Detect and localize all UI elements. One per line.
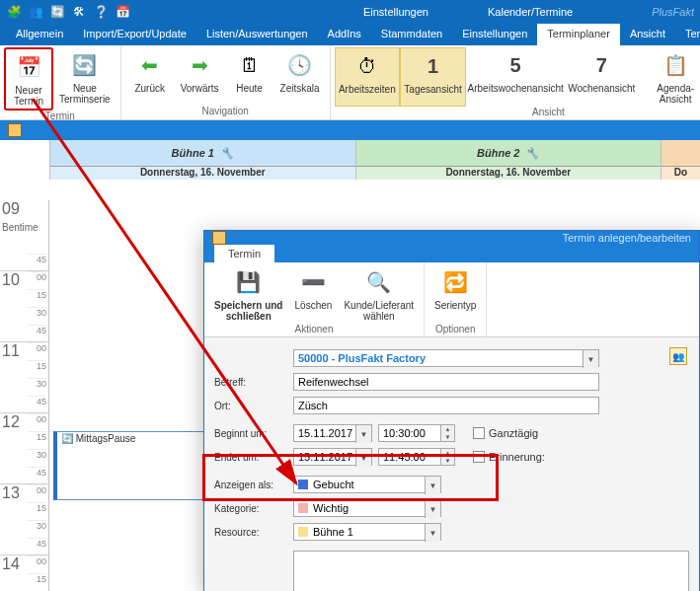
kunde-lieferant-button[interactable]: 🔍Kunde/Lieferant wählen xyxy=(338,264,420,324)
speichern-schliessen-button[interactable]: 💾Speichern und schließen xyxy=(208,264,288,324)
menu-import-export[interactable]: Import/Export/Update xyxy=(73,24,196,45)
menu-stammdaten[interactable]: Stammdaten xyxy=(371,24,452,45)
ort-field[interactable]: Züsch xyxy=(293,397,599,414)
column-buehne-2[interactable]: Bühne 2🔧 Donnerstag, 16. November xyxy=(355,140,661,180)
menu-ansicht[interactable]: Ansicht xyxy=(620,24,675,45)
zurueck-button[interactable]: ⬅Zurück xyxy=(125,47,175,106)
context-tab-einstellungen[interactable]: Einstellungen xyxy=(363,6,428,18)
qat-icon-3[interactable]: 🔄 xyxy=(49,4,65,20)
menu-addins[interactable]: AddIns xyxy=(318,24,371,45)
series-icon: 🔄 xyxy=(69,49,101,81)
time-column: 0945100015304511001530451200153045130015… xyxy=(0,200,49,591)
menu-bar: Allgemein Import/Export/Update Listen/Au… xyxy=(0,24,700,45)
week-icon: 7 xyxy=(585,49,617,81)
dialog-tab-termin[interactable]: Termin xyxy=(214,245,274,262)
chevron-down-icon[interactable]: ▼ xyxy=(425,524,440,542)
qat-icon-2[interactable]: 👥 xyxy=(28,4,43,20)
endet-time-field[interactable]: 11:45:00 xyxy=(378,448,441,466)
serientyp-button[interactable]: 🔁Serientyp xyxy=(428,264,482,324)
today-icon: 🗓 xyxy=(234,49,266,81)
arrow-right-icon: ➡ xyxy=(184,49,215,81)
loeschen-button[interactable]: ➖Löschen xyxy=(288,264,338,324)
agenda-icon: 📋 xyxy=(660,49,691,81)
day-view-icon: 1 xyxy=(418,50,449,82)
menu-allgemein[interactable]: Allgemein xyxy=(6,24,73,45)
arrow-left-icon: ⬅ xyxy=(134,49,166,81)
chevron-down-icon[interactable]: ▼ xyxy=(355,449,371,467)
context-tab-kalender[interactable]: Kalender/Termine xyxy=(488,6,573,18)
ribbon: 📅 Neuer Termin 🔄 Neue Terminserie Termin… xyxy=(0,45,700,120)
clock-icon: 🕓 xyxy=(284,49,316,81)
menu-einstellungen[interactable]: Einstellungen xyxy=(452,24,537,45)
column-buehne-1[interactable]: Bühne 1🔧 Donnerstag, 16. November xyxy=(49,140,355,180)
qat-icon-4[interactable]: 🛠 xyxy=(71,4,87,20)
menu-termin[interactable]: Termin xyxy=(675,24,700,45)
chevron-down-icon[interactable]: ▼ xyxy=(583,350,598,368)
betreff-field[interactable]: Reifenwechsel xyxy=(293,373,599,391)
chevron-down-icon[interactable]: ▼ xyxy=(425,500,440,518)
calendar-new-icon: 📅 xyxy=(13,51,44,83)
arbeitswochenansicht-button[interactable]: 5Arbeitswochenansicht xyxy=(466,47,565,107)
dialog-calendar-icon xyxy=(212,231,226,245)
title-bar: 🧩 👥 🔄 🛠 ❔ 📅 Einstellungen Kalender/Termi… xyxy=(0,0,700,24)
arbeitszeiten-button[interactable]: ⏱Arbeitszeiten xyxy=(335,47,400,107)
worktimes-icon: ⏱ xyxy=(351,50,383,82)
subbar-calendar-icon xyxy=(8,123,22,137)
qat-icon-help[interactable]: ❔ xyxy=(93,4,109,20)
menu-terminplaner[interactable]: Terminplaner xyxy=(537,24,620,45)
kunde-lookup-button[interactable]: 👥 xyxy=(669,347,687,365)
qat-icon-1[interactable]: 🧩 xyxy=(6,4,22,20)
qat-icon-cal[interactable]: 📅 xyxy=(115,4,130,20)
wochenansicht-button[interactable]: 7Wochenansicht xyxy=(565,47,638,107)
lift-icon: 🔧 xyxy=(220,147,234,160)
chevron-down-icon[interactable]: ▼ xyxy=(355,425,371,443)
erinnerung-checkbox[interactable]: Erinnerung: xyxy=(473,451,545,463)
save-close-icon: 💾 xyxy=(233,266,265,298)
kunde-field[interactable]: 50000 - PlusFakt Factory▼ xyxy=(293,349,599,367)
workweek-icon: 5 xyxy=(500,49,531,81)
notes-field[interactable] xyxy=(293,551,689,591)
endet-date-field[interactable]: 15.11.2017▼ xyxy=(293,448,372,466)
time-spinner[interactable]: ▲▼ xyxy=(441,424,455,442)
vorwaerts-button[interactable]: ➡Vorwärts xyxy=(175,47,225,106)
column-extra[interactable]: Do xyxy=(661,140,700,180)
column-headers: Bühne 1🔧 Donnerstag, 16. November Bühne … xyxy=(0,140,700,180)
neue-terminserie-button[interactable]: 🔄 Neue Terminserie xyxy=(53,47,117,111)
time-spinner[interactable]: ▲▼ xyxy=(441,448,455,466)
anzeigen-als-field[interactable]: Gebucht▼ xyxy=(293,476,441,493)
resource-field[interactable]: Bühne 1▼ xyxy=(293,523,441,541)
dialog-title-bar[interactable]: Termin anlegen/bearbeiten xyxy=(204,231,699,245)
tagesansicht-button[interactable]: 1Tagesansicht xyxy=(400,47,466,107)
termin-dialog: Termin anlegen/bearbeiten Termin 💾Speich… xyxy=(203,230,700,591)
brand-label: PlusFakt xyxy=(612,6,694,18)
beginnt-time-field[interactable]: 10:30:00 xyxy=(378,424,441,442)
kategorie-field[interactable]: Wichtig▼ xyxy=(293,499,441,517)
neuer-termin-button[interactable]: 📅 Neuer Termin xyxy=(4,47,53,111)
dialog-title: Termin anlegen/bearbeiten xyxy=(563,232,691,244)
search-customer-icon: 🔍 xyxy=(363,266,395,298)
chevron-down-icon[interactable]: ▼ xyxy=(425,477,440,494)
delete-icon: ➖ xyxy=(297,266,329,298)
beginnt-date-field[interactable]: 15.11.2017▼ xyxy=(293,424,372,442)
ganztaegig-checkbox[interactable]: Ganztägig xyxy=(473,427,538,439)
lift-icon: 🔧 xyxy=(525,147,539,160)
agenda-ansicht-button[interactable]: 📋Agenda-Ansicht xyxy=(638,47,700,107)
zeitskala-button[interactable]: 🕓Zeitskala xyxy=(274,47,326,106)
recurrence-icon: 🔁 xyxy=(439,266,471,298)
heute-button[interactable]: 🗓Heute xyxy=(225,47,274,106)
sub-bar xyxy=(0,120,700,140)
menu-listen[interactable]: Listen/Auswertungen xyxy=(196,24,318,45)
